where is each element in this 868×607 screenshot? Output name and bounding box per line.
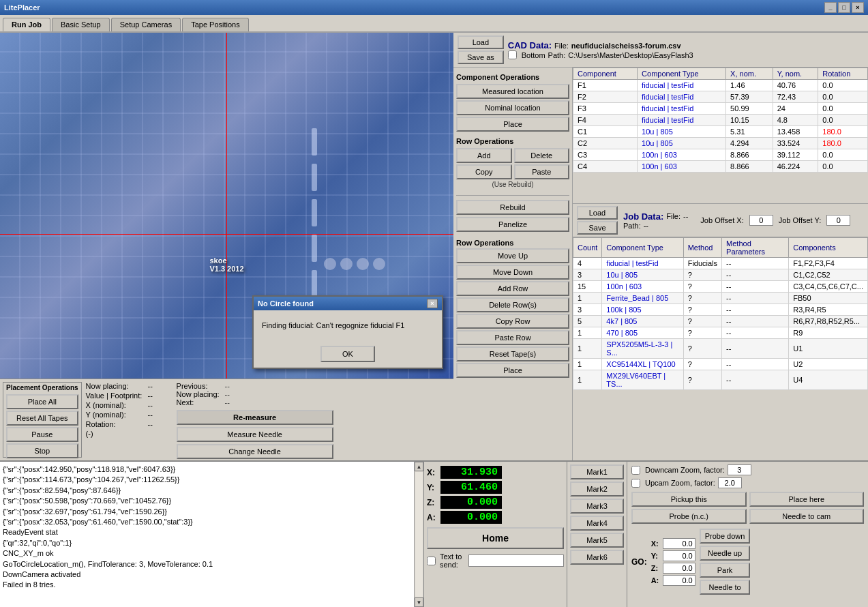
probe-down-button[interactable]: Probe down xyxy=(700,529,751,544)
copy-row-button[interactable]: Copy Row xyxy=(456,314,569,329)
remeasure-button[interactable]: Re-measure xyxy=(177,410,333,425)
reset-all-tapes-button[interactable]: Reset All Tapes xyxy=(6,411,78,426)
component-table-row[interactable]: C3 100n | 603 8.866 39.112 0.0 xyxy=(573,149,868,161)
component-table-row[interactable]: F2 fiducial | testFid 57.39 72.43 0.0 xyxy=(573,91,868,103)
count-cell: 1 xyxy=(573,327,602,339)
comps-cell: U4 xyxy=(789,370,868,390)
go-fields: X: Y: Z: A: xyxy=(651,538,695,586)
copy-component-button[interactable]: Copy xyxy=(456,164,512,179)
tab-basic-setup[interactable]: Basic Setup xyxy=(52,18,110,31)
add-component-button[interactable]: Add xyxy=(456,148,512,163)
delete-component-button[interactable]: Delete xyxy=(514,148,570,163)
job-table-row[interactable]: 1 MX29LV640EBT | TS... ? -- U4 xyxy=(573,370,868,390)
paste-row-button[interactable]: Paste Row xyxy=(456,330,569,345)
job-table-row[interactable]: 1 470 | 805 ? -- R9 xyxy=(573,327,868,339)
pause-button[interactable]: Pause xyxy=(6,427,78,442)
tab-tape-positions[interactable]: Tape Positions xyxy=(182,18,249,31)
job-load-button[interactable]: Load xyxy=(577,206,618,220)
tab-setup-cameras[interactable]: Setup Cameras xyxy=(111,18,181,31)
component-table-row[interactable]: C2 10u | 805 4.294 33.524 180.0 xyxy=(573,138,868,149)
no-circle-dialog: No Circle found × Finding fiducial: Can'… xyxy=(252,295,443,369)
pickup-this-button[interactable]: Pickup this xyxy=(631,492,747,507)
job-table-row[interactable]: 3 10u | 805 ? -- C1,C2,C52 xyxy=(573,269,868,281)
mark4-button[interactable]: Mark4 xyxy=(570,516,624,531)
rotation-label: Rotation: xyxy=(86,420,144,428)
offset-row: Job Offset X: Job Offset Y: xyxy=(700,215,850,226)
comp-cell: F4 xyxy=(573,115,638,126)
go-x-input[interactable] xyxy=(663,538,695,549)
mark6-button[interactable]: Mark6 xyxy=(570,550,624,565)
mark3-button[interactable]: Mark3 xyxy=(570,499,624,514)
mark1-button[interactable]: Mark1 xyxy=(570,464,624,479)
minimize-btn[interactable]: _ xyxy=(824,2,837,13)
downcam-zoom-input[interactable] xyxy=(728,464,751,475)
tab-run-job[interactable]: Run Job xyxy=(3,18,50,31)
job-table-row[interactable]: 1 XC95144XL | TQ100 ? -- U2 xyxy=(573,359,868,370)
job-table-row[interactable]: 4 fiducial | testFid Fiducials -- F1,F2,… xyxy=(573,258,868,269)
job-table-row[interactable]: 3 100k | 805 ? -- R3,R4,R5 xyxy=(573,304,868,316)
move-up-button[interactable]: Move Up xyxy=(456,248,569,263)
paste-component-button[interactable]: Paste xyxy=(514,164,570,179)
job-type-cell: SPX5205M5-L-3-3 | S... xyxy=(602,339,683,359)
go-a-input[interactable] xyxy=(663,575,695,586)
downcam-zoom-checkbox[interactable] xyxy=(631,466,640,475)
upcam-zoom-label: Upcam Zoom, factor: xyxy=(645,479,715,487)
place-button[interactable]: Place xyxy=(456,117,569,132)
mark2-button[interactable]: Mark2 xyxy=(570,482,624,497)
component-table-row[interactable]: F1 fiducial | testFid 1.46 40.76 0.0 xyxy=(573,80,868,91)
scroll-up-arrow[interactable]: ▲ xyxy=(415,462,423,471)
upcam-zoom-input[interactable] xyxy=(718,477,742,488)
component-table-row[interactable]: F3 fiducial | testFid 50.99 24 0.0 xyxy=(573,103,868,115)
job-table-row[interactable]: 1 Ferrite_Bead | 805 ? -- FB50 xyxy=(573,293,868,304)
measured-location-button[interactable]: Measured location xyxy=(456,84,569,99)
panelize-button[interactable]: Panelize xyxy=(456,217,569,232)
text-send-row: Text to send: xyxy=(427,552,564,569)
needle-to-cam-button[interactable]: Needle to cam xyxy=(749,509,865,524)
move-down-button[interactable]: Move Down xyxy=(456,265,569,280)
component-table-row[interactable]: C4 100n | 603 8.866 46.224 0.0 xyxy=(573,161,868,173)
dialog-ok-button[interactable]: OK xyxy=(320,346,375,362)
measure-needle-button[interactable]: Measure Needle xyxy=(177,427,333,442)
place-all-button[interactable]: Place All xyxy=(6,394,78,409)
home-button[interactable]: Home xyxy=(427,527,564,549)
add-row-button[interactable]: Add Row xyxy=(456,281,569,296)
job-table-row[interactable]: 15 100n | 603 ? -- C3,C4,C5,C6,C7,C... xyxy=(573,281,868,293)
text-send-checkbox[interactable] xyxy=(427,557,436,565)
place-here-button[interactable]: Place here xyxy=(749,492,865,507)
text-send-input[interactable] xyxy=(468,554,564,567)
dialog-close-btn[interactable]: × xyxy=(427,299,438,308)
probe-nc-button[interactable]: Probe (n.c.) xyxy=(631,509,747,524)
component-table-row[interactable]: C1 10u | 805 5.31 13.458 180.0 xyxy=(573,126,868,138)
rebuild-button[interactable]: Rebuild xyxy=(456,200,569,215)
bottom-checkbox[interactable] xyxy=(508,50,517,59)
needle-to-button[interactable]: Needle to xyxy=(700,580,751,595)
col-component-type: Component Type xyxy=(638,68,726,80)
offset-y-input[interactable] xyxy=(826,215,850,226)
close-btn[interactable]: × xyxy=(852,2,864,13)
y-coord-value: 61.460 xyxy=(440,481,502,494)
go-z-input[interactable] xyxy=(663,563,695,574)
job-table-row[interactable]: 1 SPX5205M5-L-3-3 | S... ? -- U1 xyxy=(573,339,868,359)
stop-button[interactable]: Stop xyxy=(6,443,78,458)
scroll-down-arrow[interactable]: ▼ xyxy=(415,597,423,607)
change-needle-button[interactable]: Change Needle xyxy=(177,444,333,459)
offset-x-input[interactable] xyxy=(749,215,773,226)
needle-up-button[interactable]: Needle up xyxy=(700,546,751,561)
job-place-button[interactable]: Place xyxy=(456,363,569,378)
nominal-location-button[interactable]: Nominal location xyxy=(456,100,569,115)
delete-rows-button[interactable]: Delete Row(s) xyxy=(456,297,569,312)
col-component: Component xyxy=(573,68,638,80)
params-cell: -- xyxy=(722,327,789,339)
upcam-zoom-checkbox[interactable] xyxy=(631,479,640,488)
park-button[interactable]: Park xyxy=(700,563,751,578)
now-placing-label: Now placing: xyxy=(86,382,144,390)
component-table-row[interactable]: F4 fiducial | testFid 10.15 4.8 0.0 xyxy=(573,115,868,126)
reset-tapes-button[interactable]: Reset Tape(s) xyxy=(456,346,569,361)
maximize-btn[interactable]: □ xyxy=(838,2,850,13)
job-table-row[interactable]: 5 4k7 | 805 ? -- R6,R7,R8,R52,R5... xyxy=(573,316,868,327)
job-save-button[interactable]: Save xyxy=(577,221,618,235)
cad-load-button[interactable]: Load xyxy=(458,35,504,49)
go-y-input[interactable] xyxy=(663,550,695,561)
mark5-button[interactable]: Mark5 xyxy=(570,533,624,548)
cad-save-as-button[interactable]: Save as xyxy=(458,50,504,64)
